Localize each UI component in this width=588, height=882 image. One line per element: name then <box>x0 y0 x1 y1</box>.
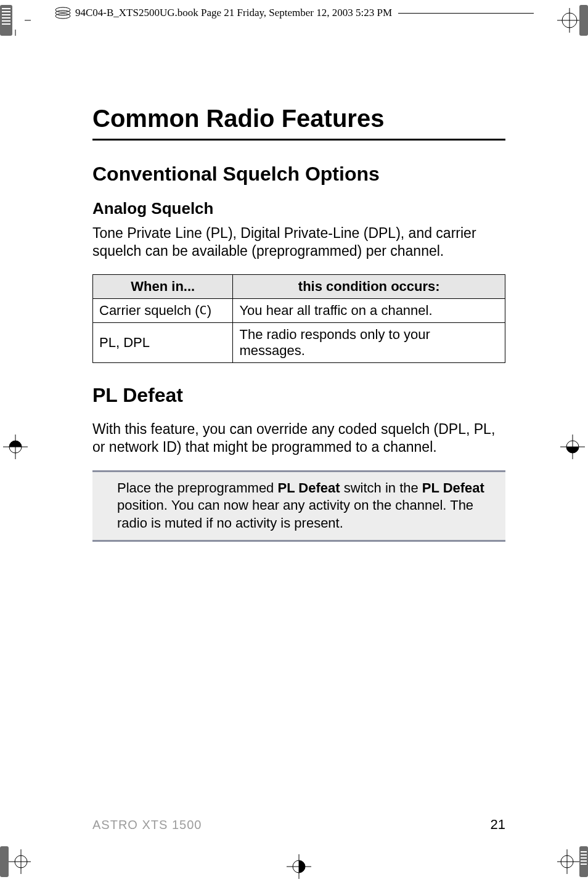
registration-mark-mid-right-icon <box>557 431 588 462</box>
svg-rect-24 <box>581 860 587 862</box>
table-header-when: When in... <box>93 274 233 298</box>
table-row: Carrier squelch (C) You hear all traffic… <box>93 298 505 322</box>
carrier-squelch-icon: C <box>200 303 207 317</box>
table-cell-when: PL, DPL <box>93 322 233 362</box>
table-cell-when: Carrier squelch (C) <box>93 298 233 322</box>
table-header-condition: this condition occurs: <box>233 274 505 298</box>
registration-mark-bottom-center-icon <box>284 851 314 882</box>
pl-defeat-paragraph: With this feature, you can override any … <box>92 420 505 457</box>
svg-rect-21 <box>581 851 587 852</box>
registration-mark-mid-left-icon <box>0 431 31 462</box>
svg-rect-23 <box>581 857 587 859</box>
cell-text: PL, DPL <box>99 335 150 350</box>
page-footer: ASTRO XTS 1500 21 <box>92 817 505 833</box>
book-stack-icon <box>54 6 71 20</box>
subsection-analog-squelch: Analog Squelch <box>92 199 505 218</box>
registration-mark-top-left-icon <box>0 5 31 36</box>
callout-text: switch in the <box>340 480 422 496</box>
svg-rect-7 <box>2 20 10 22</box>
page-header: 94C04-B_XTS2500UG.book Page 21 Friday, S… <box>54 6 534 20</box>
table-cell-condition: You hear all traffic on a channel. <box>233 298 505 322</box>
callout-bold: PL Defeat <box>277 480 340 496</box>
footer-page-number: 21 <box>491 817 505 833</box>
callout-bold: PL Defeat <box>422 480 484 496</box>
section-conventional-squelch: Conventional Squelch Options <box>92 163 505 186</box>
page-content: Common Radio Features Conventional Squel… <box>92 105 505 542</box>
svg-rect-8 <box>2 23 10 25</box>
svg-rect-25 <box>581 864 587 865</box>
registration-mark-bottom-left-icon <box>0 846 31 877</box>
pl-defeat-callout: Place the preprogrammed PL Defeat switch… <box>92 470 505 542</box>
svg-rect-22 <box>581 854 587 855</box>
analog-squelch-paragraph: Tone Private Line (PL), Digital Private-… <box>92 224 505 261</box>
svg-point-35 <box>55 7 70 12</box>
callout-text: Place the preprogrammed <box>117 480 277 496</box>
svg-rect-13 <box>0 846 9 877</box>
svg-point-37 <box>55 14 70 18</box>
header-filename: 94C04-B_XTS2500UG.book Page 21 Friday, S… <box>75 7 392 19</box>
svg-rect-5 <box>2 14 10 15</box>
header-rule <box>398 13 534 14</box>
registration-mark-top-right-icon <box>557 5 588 36</box>
svg-rect-6 <box>2 17 10 18</box>
cell-text: ) <box>207 303 211 318</box>
callout-text: position. You can now hear any activity … <box>117 497 473 531</box>
table-row: PL, DPL The radio responds only to your … <box>93 322 505 362</box>
svg-rect-4 <box>2 11 10 12</box>
registration-mark-bottom-right-icon <box>557 846 588 877</box>
svg-rect-12 <box>579 5 588 36</box>
title-rule <box>92 139 505 141</box>
section-pl-defeat: PL Defeat <box>92 384 505 407</box>
squelch-table: When in... this condition occurs: Carrie… <box>92 274 505 363</box>
svg-point-36 <box>55 10 70 15</box>
table-cell-condition: The radio responds only to your messages… <box>233 322 505 362</box>
page-title: Common Radio Features <box>92 105 505 133</box>
cell-text: Carrier squelch ( <box>99 303 200 318</box>
footer-product-name: ASTRO XTS 1500 <box>92 818 202 832</box>
svg-rect-3 <box>2 8 10 9</box>
